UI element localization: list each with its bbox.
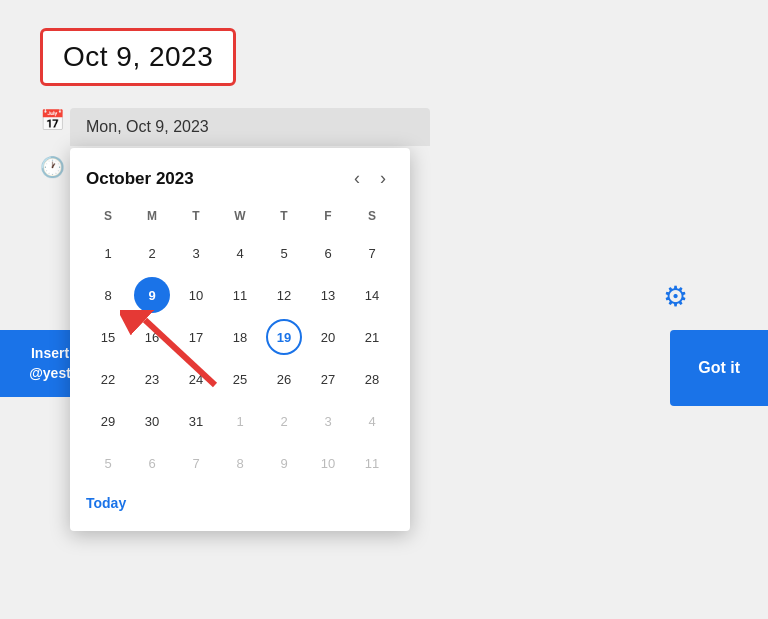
day-nov-1[interactable]: 1: [222, 403, 258, 439]
month-year-label: October 2023: [86, 169, 194, 189]
day-nov-6[interactable]: 6: [134, 445, 170, 481]
today-button[interactable]: Today: [86, 491, 126, 515]
day-header-f: F: [306, 205, 350, 231]
day-29[interactable]: 29: [90, 403, 126, 439]
day-19-today[interactable]: 19: [266, 319, 302, 355]
calendar-grid: S M T W T F S 1 2 3 4 5 6 7 8 9 10 11 12…: [86, 205, 394, 483]
day-5[interactable]: 5: [266, 235, 302, 271]
day-header-s2: S: [350, 205, 394, 231]
day-23[interactable]: 23: [134, 361, 170, 397]
day-7[interactable]: 7: [354, 235, 390, 271]
day-4[interactable]: 4: [222, 235, 258, 271]
day-18[interactable]: 18: [222, 319, 258, 355]
day-20[interactable]: 20: [310, 319, 346, 355]
day-header-t2: T: [262, 205, 306, 231]
day-2[interactable]: 2: [134, 235, 170, 271]
got-it-button[interactable]: Got it: [670, 330, 768, 406]
day-nov-5[interactable]: 5: [90, 445, 126, 481]
day-nov-9[interactable]: 9: [266, 445, 302, 481]
day-24[interactable]: 24: [178, 361, 214, 397]
day-27[interactable]: 27: [310, 361, 346, 397]
day-6[interactable]: 6: [310, 235, 346, 271]
day-9-selected[interactable]: 9: [134, 277, 170, 313]
calendar-icon: 📅: [40, 108, 65, 132]
next-month-button[interactable]: ›: [372, 164, 394, 193]
day-25[interactable]: 25: [222, 361, 258, 397]
day-26[interactable]: 26: [266, 361, 302, 397]
day-header-w: W: [218, 205, 262, 231]
day-13[interactable]: 13: [310, 277, 346, 313]
day-12[interactable]: 12: [266, 277, 302, 313]
day-nov-2[interactable]: 2: [266, 403, 302, 439]
insert-label-line1: Insert: [31, 345, 69, 361]
gear-icon-button[interactable]: ⚙: [663, 280, 688, 313]
day-11[interactable]: 11: [222, 277, 258, 313]
got-it-label: Got it: [698, 359, 740, 377]
day-nov-11[interactable]: 11: [354, 445, 390, 481]
day-nov-4[interactable]: 4: [354, 403, 390, 439]
day-nov-8[interactable]: 8: [222, 445, 258, 481]
day-30[interactable]: 30: [134, 403, 170, 439]
day-14[interactable]: 14: [354, 277, 390, 313]
day-17[interactable]: 17: [178, 319, 214, 355]
clock-icon: 🕐: [40, 156, 65, 178]
day-21[interactable]: 21: [354, 319, 390, 355]
day-1[interactable]: 1: [90, 235, 126, 271]
day-nov-3[interactable]: 3: [310, 403, 346, 439]
day-31[interactable]: 31: [178, 403, 214, 439]
day-15[interactable]: 15: [90, 319, 126, 355]
prev-month-button[interactable]: ‹: [346, 164, 368, 193]
date-input-display[interactable]: Oct 9, 2023: [40, 28, 236, 86]
day-header-s1: S: [86, 205, 130, 231]
day-22[interactable]: 22: [90, 361, 126, 397]
date-header-bar: Mon, Oct 9, 2023: [70, 108, 430, 146]
gear-icon: ⚙: [663, 281, 688, 312]
day-header-m: M: [130, 205, 174, 231]
day-nov-7[interactable]: 7: [178, 445, 214, 481]
day-8[interactable]: 8: [90, 277, 126, 313]
day-10[interactable]: 10: [178, 277, 214, 313]
calendar-popup: October 2023 ‹ › S M T W T F S 1 2 3 4 5…: [70, 148, 410, 531]
insert-label-line2: @yest: [29, 365, 71, 381]
day-header-t1: T: [174, 205, 218, 231]
calendar-nav: October 2023 ‹ ›: [86, 164, 394, 193]
day-16[interactable]: 16: [134, 319, 170, 355]
day-3[interactable]: 3: [178, 235, 214, 271]
day-nov-10[interactable]: 10: [310, 445, 346, 481]
day-28[interactable]: 28: [354, 361, 390, 397]
